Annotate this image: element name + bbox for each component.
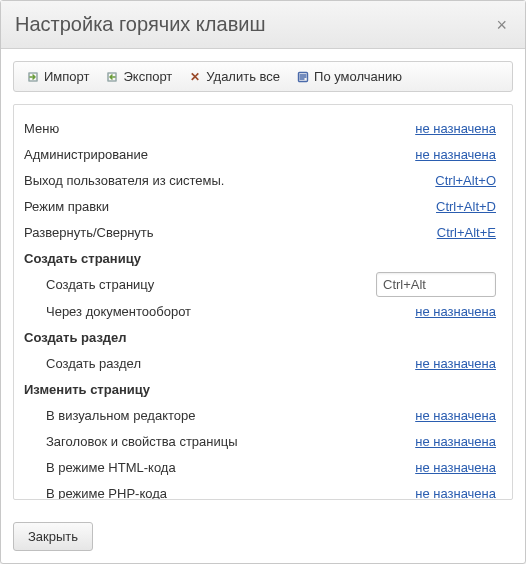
shortcut-label: Создать страницу — [24, 277, 154, 292]
defaults-button[interactable]: По умолчанию — [290, 66, 408, 87]
shortcut-row: Выход пользователя из системы.Ctrl+Alt+O — [24, 167, 496, 193]
export-icon — [105, 70, 119, 84]
shortcut-label: Меню — [24, 121, 59, 136]
import-button[interactable]: Импорт — [20, 66, 95, 87]
shortcut-row: Режим правкиCtrl+Alt+D — [24, 193, 496, 219]
shortcut-label: Заголовок и свойства страницы — [24, 434, 238, 449]
shortcut-label: Развернуть/Свернуть — [24, 225, 154, 240]
shortcut-row: Менюне назначена — [24, 115, 496, 141]
import-label: Импорт — [44, 69, 89, 84]
close-button[interactable]: Закрыть — [13, 522, 93, 551]
shortcut-row: В визуальном редакторене назначена — [24, 402, 496, 428]
shortcut-label: В визуальном редакторе — [24, 408, 196, 423]
shortcut-row: Создать страницу — [24, 271, 496, 298]
shortcut-label: Режим правки — [24, 199, 109, 214]
shortcut-value-link[interactable]: не назначена — [415, 408, 496, 423]
shortcut-row: Через документооборотне назначена — [24, 298, 496, 324]
dialog-footer: Закрыть — [1, 512, 525, 563]
hotkey-settings-dialog: Настройка горячих клавиш × Импорт Экспор… — [0, 0, 526, 564]
import-icon — [26, 70, 40, 84]
shortcut-value-link[interactable]: Ctrl+Alt+D — [436, 199, 496, 214]
close-icon[interactable]: × — [492, 16, 511, 34]
shortcut-label: Создать раздел — [24, 330, 127, 345]
shortcut-label: В режиме HTML-кода — [24, 460, 176, 475]
shortcut-value-link[interactable]: Ctrl+Alt+O — [435, 173, 496, 188]
shortcut-value-link[interactable]: не назначена — [415, 356, 496, 371]
shortcut-value-link[interactable]: не назначена — [415, 434, 496, 449]
delete-all-label: Удалить все — [206, 69, 280, 84]
shortcut-row: Создать разделне назначена — [24, 350, 496, 376]
shortcut-row: Заголовок и свойства страницыне назначен… — [24, 428, 496, 454]
shortcuts-scroll-area[interactable]: Менюне назначенаАдминистрированиене назн… — [14, 105, 512, 499]
shortcut-label: Изменить страницу — [24, 382, 150, 397]
shortcut-value-link[interactable]: не назначена — [415, 304, 496, 319]
dialog-titlebar: Настройка горячих клавиш × — [1, 1, 525, 49]
shortcut-section-header: Создать раздел — [24, 324, 496, 350]
shortcut-value-link[interactable]: Ctrl+Alt+E — [437, 225, 496, 240]
delete-all-button[interactable]: ✕ Удалить все — [182, 66, 286, 87]
shortcut-input[interactable] — [376, 272, 496, 297]
export-label: Экспорт — [123, 69, 172, 84]
shortcut-label: В режиме PHP-кода — [24, 486, 167, 500]
toolbar: Импорт Экспорт ✕ Удалить все По умолчани… — [13, 61, 513, 92]
delete-icon: ✕ — [188, 70, 202, 84]
shortcut-label: Через документооборот — [24, 304, 191, 319]
shortcut-row: В режиме PHP-кодане назначена — [24, 480, 496, 499]
dialog-title: Настройка горячих клавиш — [15, 13, 265, 36]
shortcut-section-header: Создать страницу — [24, 245, 496, 271]
shortcut-value-link[interactable]: не назначена — [415, 147, 496, 162]
shortcut-row: Администрированиене назначена — [24, 141, 496, 167]
shortcuts-panel: Менюне назначенаАдминистрированиене назн… — [13, 104, 513, 500]
shortcut-label: Создать раздел — [24, 356, 141, 371]
shortcut-row: В режиме HTML-кодане назначена — [24, 454, 496, 480]
dialog-body: Импорт Экспорт ✕ Удалить все По умолчани… — [1, 49, 525, 512]
defaults-label: По умолчанию — [314, 69, 402, 84]
export-button[interactable]: Экспорт — [99, 66, 178, 87]
shortcut-value-link[interactable]: не назначена — [415, 460, 496, 475]
shortcut-label: Администрирование — [24, 147, 148, 162]
shortcut-label: Выход пользователя из системы. — [24, 173, 224, 188]
shortcut-row: Развернуть/СвернутьCtrl+Alt+E — [24, 219, 496, 245]
shortcut-section-header: Изменить страницу — [24, 376, 496, 402]
shortcut-input-wrap — [376, 272, 496, 297]
defaults-icon — [296, 70, 310, 84]
shortcut-label: Создать страницу — [24, 251, 141, 266]
shortcut-value-link[interactable]: не назначена — [415, 121, 496, 136]
shortcut-value-link[interactable]: не назначена — [415, 486, 496, 500]
